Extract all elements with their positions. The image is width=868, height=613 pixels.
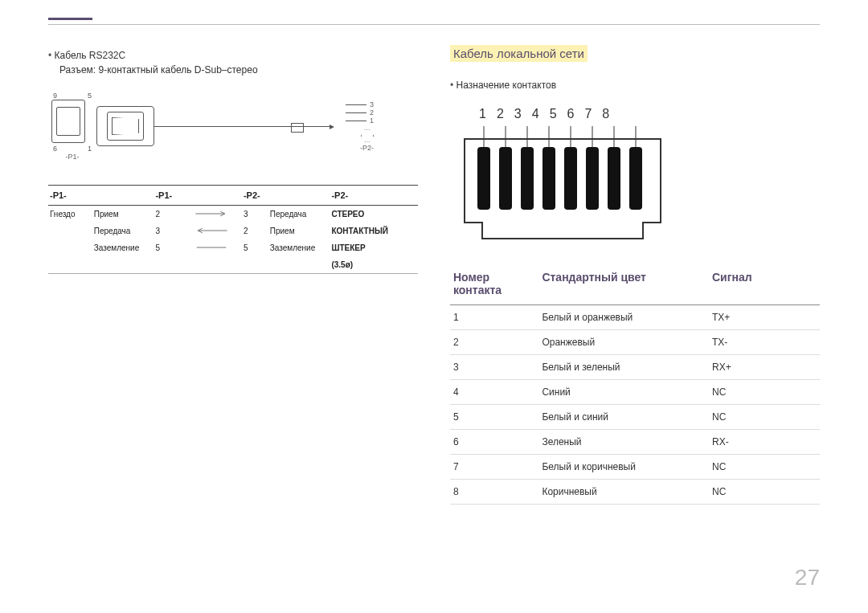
wire-label-2: 2 [370,108,374,116]
rj45-pin-num: 6 [567,107,575,121]
header-rule [48,24,820,25]
dsub-pin-1: 1 [88,145,92,153]
header-accent-bar [48,18,92,20]
wire-label-3: 3 [370,100,374,108]
stereo-plug-icon [299,126,331,127]
lan-subheading: Назначение контактов [457,80,557,91]
col-p1-a: -P1- [48,186,92,206]
svg-rect-4 [477,147,490,210]
rs232c-pin-table: -P1- -P1- -P2- -P2- ГнездоПрием23Передач… [48,185,418,274]
rj45-pin-num: 4 [532,107,539,121]
svg-rect-18 [629,147,642,210]
rs232c-title: Кабель RS232C [55,50,126,61]
p2-label-under-plug: -P2- [360,144,374,152]
rs232c-connector-desc: Разъем: 9-контактный кабель D-Sub–стерео [59,64,418,76]
dsub-pin-9: 9 [53,92,57,100]
rj45-pin-num: 1 [479,107,486,121]
col-p1-b: -P1- [154,186,242,206]
lan-cable-heading: Кабель локальной сети [450,45,588,62]
col-standard-color: Стандартный цвет [538,266,709,305]
rj45-diagram: 12345678 [458,107,715,247]
rj45-pin-num: 8 [602,107,609,121]
p1-label-under-dsub: -P1- [48,153,96,161]
table-row: 4СинийNC [450,380,820,405]
table-row: ГнездоПрием23ПередачаСТЕРЕО [48,206,418,223]
lan-pinout-table: Номер контакта Стандартный цвет Сигнал 1… [450,266,820,505]
lan-subheading-line: Назначение контактов [450,80,820,91]
table-row: 2ОранжевыйTX- [450,330,820,355]
svg-rect-14 [586,147,599,210]
table-row: 7Белый и коричневыйNC [450,455,820,480]
left-column: Кабель RS232C Разъем: 9-контактный кабел… [48,32,418,505]
page-number: 27 [795,565,820,591]
rs232c-diagram: 9 5 6 1 -P1- [48,90,418,162]
svg-rect-16 [608,147,620,210]
rs232c-title-line: Кабель RS232C [48,50,418,61]
table-row: 1Белый и оранжевыйTX+ [450,305,820,330]
table-row: Передача32ПриемКОНТАКТНЫЙ [48,223,418,239]
dsub9-connector-icon [51,100,85,143]
rj45-connector-icon [458,126,667,247]
svg-rect-10 [542,147,555,210]
rs232c-tbody: ГнездоПрием23ПередачаСТЕРЕОПередача32При… [48,206,418,274]
rj45-pin-num: 7 [584,107,592,121]
table-row: 6ЗеленыйRX- [450,430,820,455]
dsub-pin-6: 6 [53,145,57,153]
col-p2-a: -P2- [242,186,268,206]
col-p2-b: -P2- [330,186,418,206]
table-row: (3.5ø) [48,256,418,274]
table-row: 5Белый и синийNC [450,405,820,430]
col-signal: Сигнал [709,266,820,305]
rj45-pin-numbers: 12345678 [479,107,715,121]
page-body: Кабель RS232C Разъем: 9-контактный кабел… [0,0,868,537]
dsub-pin-5: 5 [88,92,92,100]
lan-tbody: 1Белый и оранжевыйTX+2ОранжевыйTX-3Белый… [450,305,820,505]
col-pin-number: Номер контакта [450,266,538,305]
hex-nut-icon [361,129,374,142]
rj45-pin-num: 5 [550,107,557,121]
table-row: 3Белый и зеленыйRX+ [450,355,820,380]
svg-rect-8 [521,147,534,210]
table-row: Заземление55ЗаземлениеШТЕКЕР [48,239,418,256]
right-column: Кабель локальной сети Назначение контакт… [450,32,820,505]
rj45-pin-num: 3 [514,107,522,121]
wire-label-1: 1 [370,116,374,125]
dsub-housing-icon [96,106,154,146]
svg-rect-12 [564,147,577,210]
rj45-pin-num: 2 [497,107,504,121]
table-row: 8КоричневыйNC [450,480,820,505]
cable-line-icon [154,126,299,127]
svg-rect-6 [499,147,512,210]
